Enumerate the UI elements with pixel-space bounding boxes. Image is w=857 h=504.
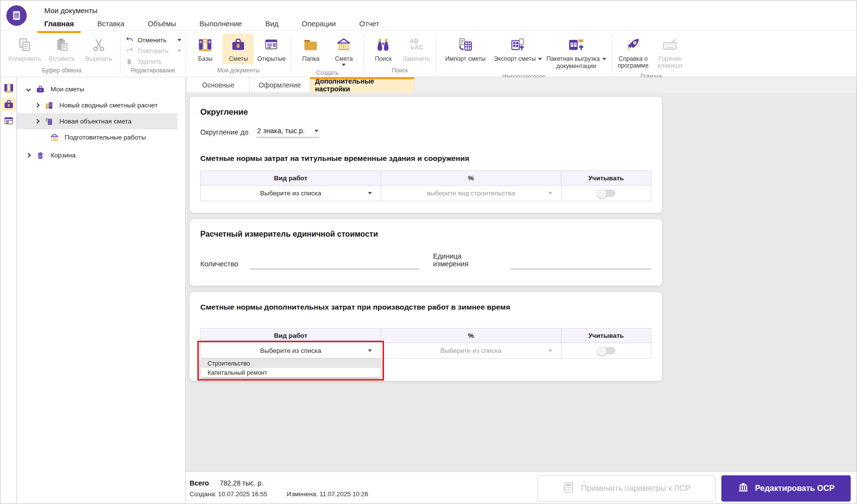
tab-osnovnye[interactable]: Основные [187,77,250,93]
temp-buildings-table: Вид работ % Учитывать Выберите из списка… [200,171,651,201]
chevron-down-icon [315,130,318,132]
percent-select[interactable]: выберите вид строительства [381,186,561,201]
chevron-right-icon[interactable] [26,153,31,158]
chevron-down-icon [548,349,552,352]
paste-icon [54,35,70,54]
percent-placeholder: Выберите из списка [440,347,502,354]
batch-upload-caret[interactable] [602,58,606,60]
title-bar: Мои документы Главная Вставка Объёмы Вып… [0,0,857,31]
tab-oformlenie[interactable]: Оформление [250,77,310,93]
chevron-right-icon[interactable] [35,103,40,108]
quantity-label: Количество [200,260,238,269]
about-button[interactable]: Справка о программе [615,34,650,71]
winter-title: Сметные нормы дополнительных затрат при … [200,303,651,312]
briefcase-icon [230,35,246,54]
settings-content: Округление Округление до 2 знака, тыс.р.… [186,93,857,471]
tree-item-summary-estimate[interactable]: Новый сводный сметный расчет [17,97,177,113]
strip-estimates-button[interactable] [1,98,16,111]
tab-vypolnenie[interactable]: Выполнение [199,17,242,32]
tree-item-preparatory-works[interactable]: Подготовительные работы [17,129,177,145]
rounding-label: Округление до [200,128,248,138]
hotkeys-button[interactable]: Горячие клавиши [652,34,687,71]
chevron-down-icon[interactable] [26,87,31,92]
chevron-right-icon[interactable] [35,119,40,124]
folder-icon [302,35,319,54]
estimates-button[interactable]: Сметы [223,34,254,64]
copy-button[interactable]: Копировать [7,34,42,64]
tree-item-label: Мои сметы [51,86,84,93]
rounding-card: Округление Округление до 2 знака, тыс.р.… [190,97,662,213]
batch-upload-label-line2: документации [556,63,596,70]
trash-icon [35,151,46,160]
chevron-down-icon [368,192,372,194]
bank-building-icon [737,482,749,495]
group-label-my-documents: Мои документы [190,66,287,76]
create-estimate-caret[interactable] [342,64,346,66]
batch-upload-button[interactable]: Пакетная выгрузка документации [545,34,607,72]
window-title: Мои документы [44,6,402,15]
edit-osr-button[interactable]: Редактировать ОСР [721,475,851,502]
create-estimate-button[interactable]: Смета [328,34,359,68]
group-editing: Отменить Повторить Удалить Редактировани… [121,33,185,77]
use-toggle[interactable] [597,190,615,197]
table-row: Выберите из списка выберите вид строител… [201,186,651,201]
tab-otchet[interactable]: Отчет [359,17,379,32]
group-my-documents: Базы Сметы Открытые Мои документы [186,33,291,77]
tab-vid[interactable]: Вид [265,17,279,32]
work-type-dropdown-popup: Строительство Капитальный ремонт [201,359,381,377]
dropdown-option-kapitalny-remont[interactable]: Капитальный ремонт [201,368,381,377]
open-documents-button[interactable]: Открытые [256,34,287,64]
group-import-export: Импорт сметы Экспорт сметы Пакетная выгр… [436,33,611,77]
tab-dopolnitelnye-nastroyki[interactable]: Дополнительные настройки [310,77,415,93]
redo-dropdown-caret[interactable] [177,50,181,52]
unit-input[interactable] [510,259,651,269]
winter-use-toggle[interactable] [597,347,615,354]
tab-operacii[interactable]: Операции [302,17,336,32]
replace-button[interactable]: AB↳AC Заменить [401,34,432,64]
redo-icon [124,46,134,55]
import-estimate-button[interactable]: Импорт сметы [440,34,490,64]
unit-label: Единица измерения [433,252,499,269]
delete-button[interactable]: Удалить [124,57,181,66]
tree-item-recycle-bin[interactable]: Корзина [17,147,177,163]
work-type-select[interactable]: Выберите из списка [201,186,381,201]
paste-button[interactable]: Вставить [44,34,79,64]
work-type-value: Выберите из списка [260,347,321,354]
document-tab-bar: Основные Оформление Дополнительные настр… [186,77,857,93]
table-row: Выберите из списка Выберите из списка [201,343,651,359]
cut-button[interactable]: Вырезать [81,34,116,64]
tree-item-my-estimates[interactable]: Мои сметы [17,81,177,97]
winter-percent-select[interactable]: Выберите из списка [381,343,561,358]
rounding-select[interactable]: 2 знака, тыс.р. [256,127,319,138]
col-header-use: Учитывать [561,171,651,186]
winter-work-type-select[interactable]: Выберите из списка [201,343,381,358]
undo-dropdown-caret[interactable] [177,39,181,41]
chevron-down-icon [368,349,372,352]
create-folder-button[interactable]: Папка [295,34,326,64]
export-estimate-button[interactable]: Экспорт сметы [492,34,543,64]
tab-obyomy[interactable]: Объёмы [148,17,176,32]
open-documents-icon [263,35,280,54]
redo-button[interactable]: Повторить [124,46,181,55]
undo-icon [124,35,134,44]
paste-label: Вставить [49,55,75,62]
dropdown-option-stroitelstvo[interactable]: Строительство [201,359,381,368]
bases-button[interactable]: Базы [190,34,221,64]
search-button[interactable]: Поиск [367,34,399,64]
col-header-work-type: Вид работ [201,329,381,343]
status-bar: Всего 782,28 тыс. р. Создана: 10.07.2025… [186,471,857,504]
strip-bases-button[interactable] [1,81,16,95]
apply-parameters-button[interactable]: Применить параметры к ЛСР [538,475,716,502]
estimates-tree: Мои сметы Новый сводный сметный расчет Н… [17,77,185,504]
export-estimate-caret[interactable] [538,58,542,60]
batch-upload-icon [567,35,585,54]
unit-measure-title: Расчетный измеритель единичной стоимости [200,230,651,239]
tree-item-object-estimate[interactable]: Новая объектная смета [17,113,177,129]
tab-glavnaya[interactable]: Главная [44,17,74,32]
tab-vstavka[interactable]: Вставка [97,17,124,32]
quantity-input[interactable] [250,259,420,269]
strip-open-documents-button[interactable] [1,114,16,128]
group-search: Поиск AB↳AC Заменить Поиск [364,33,436,77]
undo-button[interactable]: Отменить [124,35,181,44]
scissors-icon [91,35,106,54]
